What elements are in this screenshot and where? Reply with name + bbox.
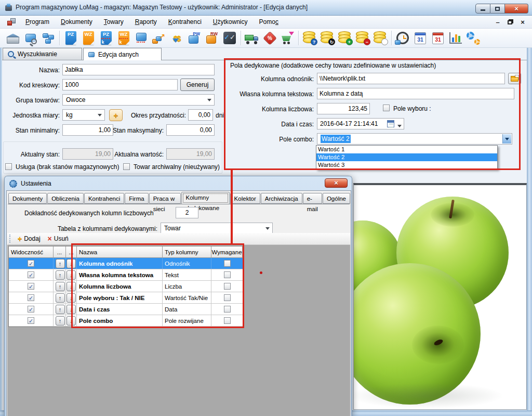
check-icon: ✓ xyxy=(29,295,33,301)
calendar-blue-button[interactable]: 31 xyxy=(411,30,429,46)
tab-wyszukiwanie[interactable]: Wyszukiwanie xyxy=(3,48,82,60)
boxes-icon xyxy=(42,32,55,44)
usun-button[interactable]: ×Usuń xyxy=(44,235,72,243)
menu-uzytkownicy[interactable]: Użytkownicy xyxy=(207,16,254,29)
chevron-down-icon[interactable] xyxy=(205,95,214,105)
kod-kreskowy-input[interactable] xyxy=(62,79,178,90)
jednostka-miary-combo[interactable]: kg xyxy=(62,109,105,121)
tab-edycja-danych[interactable]: Edycja danych xyxy=(83,48,162,60)
orders-button[interactable] xyxy=(278,30,296,46)
minimize-button[interactable] xyxy=(475,4,490,14)
move-up-button[interactable]: ↑ xyxy=(56,282,65,291)
mdi-close-button[interactable]: × xyxy=(518,18,527,26)
visibility-checkbox[interactable]: ✓ xyxy=(28,260,34,267)
precision-input[interactable] xyxy=(176,207,198,218)
coins-refresh-button[interactable]: ↻ xyxy=(318,30,336,46)
window-border-left xyxy=(0,16,2,416)
move-up-button[interactable]: ↑ xyxy=(56,305,65,314)
bar-chart-icon xyxy=(449,32,462,44)
mdi-minimize-button[interactable]: – xyxy=(494,18,502,26)
menu-program[interactable]: Program xyxy=(20,16,55,29)
dodaj-button[interactable]: +Dodaj xyxy=(14,235,44,243)
prices-button[interactable]: $$ xyxy=(168,30,185,46)
move-up-button[interactable]: ↑ xyxy=(56,316,65,326)
doc-wz-button[interactable]: WZ xyxy=(79,30,97,46)
chevron-down-icon[interactable] xyxy=(95,110,104,120)
doc-pz-button[interactable]: PZ xyxy=(62,30,79,46)
doc-pw-button[interactable]: PW xyxy=(185,30,203,46)
restore-button[interactable] xyxy=(490,4,505,14)
dialog-tab-ogolne[interactable]: Ogólne xyxy=(323,193,350,204)
statistics-button[interactable] xyxy=(447,30,464,46)
restore-icon xyxy=(508,20,512,24)
dialog-tab-kontrahenci[interactable]: Kontrahenci xyxy=(84,193,124,204)
close-button[interactable]: × xyxy=(505,4,528,14)
doc-pw-icon: PW xyxy=(188,31,201,45)
history-button[interactable] xyxy=(394,30,411,46)
coins-add-button[interactable]: + xyxy=(336,30,354,46)
goods-transfer-button[interactable]: ↗ xyxy=(150,30,168,46)
stan-maksymalny-input[interactable] xyxy=(166,124,215,136)
up-arrow-icon: ↑ xyxy=(59,272,62,278)
price-tag-icon: % xyxy=(263,32,276,44)
dialog-tab-praca-w-sieci[interactable]: Praca w sieci xyxy=(149,193,181,204)
header-dots[interactable]: ... xyxy=(54,246,66,257)
nazwa-input[interactable] xyxy=(62,64,215,75)
inventory-button[interactable]: ✓✓ xyxy=(221,30,238,46)
dialog-tab-email[interactable]: e-mail xyxy=(303,193,322,204)
coins-query-button[interactable]: ? xyxy=(301,30,318,46)
jednostka-miary-label: Jednostka miary: xyxy=(1,112,60,119)
generuj-button[interactable]: Generuj xyxy=(180,79,215,91)
visibility-checkbox[interactable]: ✓ xyxy=(28,294,34,301)
archiwalny-checkbox[interactable] xyxy=(123,163,130,170)
visibility-checkbox[interactable]: ✓ xyxy=(28,283,34,290)
mdi-restore-button[interactable] xyxy=(506,18,514,26)
app-icon xyxy=(5,4,13,12)
usluga-checkbox[interactable] xyxy=(5,163,12,170)
visibility-checkbox[interactable]: ✓ xyxy=(28,317,34,324)
menu-dokumenty[interactable]: Dokumenty xyxy=(55,16,98,29)
dialog-tab-kolumny-dedykowane[interactable]: Kolumny dedykowane xyxy=(181,192,229,204)
close-icon: × xyxy=(521,18,525,26)
calendar-red-button[interactable]: 31 xyxy=(429,30,447,46)
menu-raporty[interactable]: Raporty xyxy=(129,16,163,29)
add-unit-button[interactable]: + xyxy=(109,109,123,121)
coins-remove-button[interactable]: − xyxy=(354,30,371,46)
header-widocznosc[interactable]: Widoczność xyxy=(9,246,54,257)
search-goods-button[interactable] xyxy=(22,30,39,46)
doc-wzk-button[interactable]: WZk xyxy=(115,30,132,46)
doc-rw-button[interactable]: RW xyxy=(203,30,221,46)
settings-button[interactable] xyxy=(464,30,482,46)
goods-correction-button[interactable] xyxy=(132,30,150,46)
gear-icon xyxy=(9,180,17,188)
okres-przydatnosci-input[interactable] xyxy=(188,109,213,121)
grupa-towarow-combo[interactable]: Owoce xyxy=(62,94,215,106)
dialog-tab-archiwizacja[interactable]: Archiwizacja xyxy=(261,193,302,204)
doc-pz-icon: PZ xyxy=(65,31,76,45)
cart-icon xyxy=(281,32,294,44)
coins-report-button[interactable] xyxy=(371,30,389,46)
dialog-tab-obliczenia[interactable]: Obliczenia xyxy=(47,193,84,204)
delivery-button[interactable] xyxy=(243,30,261,46)
move-up-button[interactable]: ↑ xyxy=(56,270,65,280)
dialog-tab-firma[interactable]: Firma xyxy=(125,193,148,204)
dialog-tab-kolektor[interactable]: Kolektor xyxy=(230,193,260,204)
goods-groups-button[interactable] xyxy=(39,30,57,46)
dialog-tab-dokumenty[interactable]: Dokumenty xyxy=(8,193,47,204)
menu-pomoc[interactable]: Pomoc xyxy=(254,16,284,29)
main-toolbar: PZ WZ PZk WZk ↗ $$ PW RW ✓✓ % ? ↻ + − 31… xyxy=(0,29,532,48)
up-arrow-icon: ↑ xyxy=(59,306,62,313)
discounts-button[interactable]: % xyxy=(261,30,278,46)
annotation-connector-line xyxy=(231,169,233,244)
warehouse-button[interactable] xyxy=(4,30,22,46)
menu-towary[interactable]: Towary xyxy=(98,16,129,29)
chevron-down-icon[interactable] xyxy=(263,224,272,233)
dialog-close-button[interactable]: × xyxy=(325,178,348,188)
dedicated-table-combo[interactable]: Towar xyxy=(161,223,273,234)
visibility-checkbox[interactable]: ✓ xyxy=(28,271,34,278)
menu-kontrahenci[interactable]: Kontrahenci xyxy=(163,16,207,29)
visibility-checkbox[interactable]: ✓ xyxy=(28,306,34,313)
move-up-button[interactable]: ↑ xyxy=(56,293,65,303)
move-up-button[interactable]: ↑ xyxy=(56,259,65,268)
doc-pzk-button[interactable]: PZk xyxy=(97,30,115,46)
